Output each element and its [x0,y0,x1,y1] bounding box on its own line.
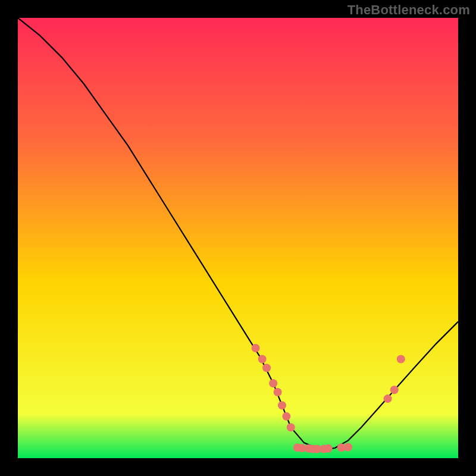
watermark-text: TheBottleneck.com [347,2,470,18]
data-point [287,423,295,431]
data-point [324,444,333,453]
plot-area [18,18,458,458]
data-point [262,364,271,372]
bottleneck-chart [18,18,458,458]
data-point [274,388,282,396]
data-point [258,355,267,364]
data-point [269,379,277,387]
data-point [282,412,290,421]
data-point [390,386,399,394]
data-point [397,355,405,364]
data-point [252,344,260,352]
data-point [384,394,392,403]
chart-frame: TheBottleneck.com [0,0,476,476]
data-point [278,401,286,409]
data-point [344,443,352,452]
